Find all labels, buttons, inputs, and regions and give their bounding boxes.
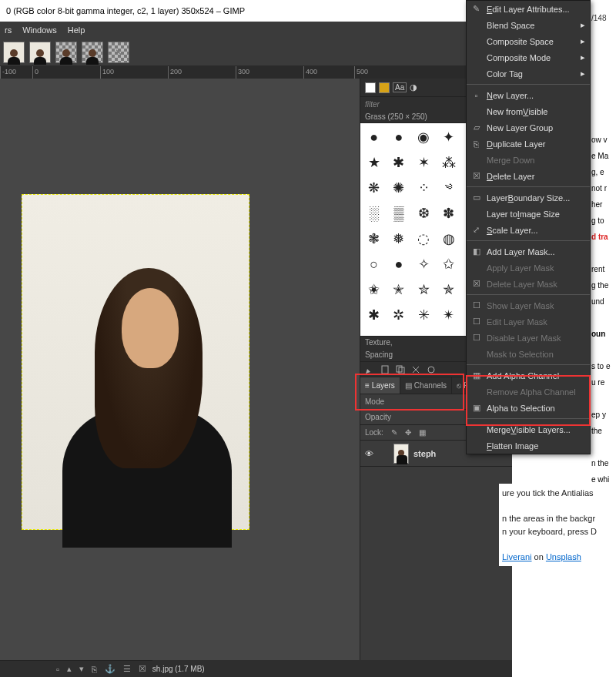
- anchor-icon[interactable]: ⚓: [105, 664, 116, 674]
- new-icon[interactable]: [380, 365, 390, 374]
- menu-item: Apply Layer Mask: [467, 260, 590, 276]
- help-icon[interactable]: ◑: [410, 82, 417, 92]
- ruler-horizontal: -1000100200300400500: [0, 66, 512, 79]
- menu-item: ☐Edit Layer Mask: [467, 313, 590, 330]
- svg-rect-0: [382, 366, 388, 374]
- brush-swatch[interactable]: ⁘: [412, 176, 436, 200]
- menu-item[interactable]: Blend Space▸: [467, 17, 590, 33]
- menu-item[interactable]: ▭Layer Boundary Size...: [467, 189, 590, 206]
- menu-item[interactable]: Flatten Image: [467, 437, 590, 454]
- image-tab[interactable]: [82, 42, 103, 63]
- window-title: 0 (RGB color 8-bit gamma integer, c2, 1 …: [6, 6, 477, 15]
- dup-layer-icon[interactable]: ⎘: [92, 665, 97, 674]
- brush-swatch[interactable]: ○: [362, 252, 386, 276]
- tool-icon[interactable]: [379, 82, 390, 93]
- brush-swatch[interactable]: ❅: [387, 226, 410, 251]
- menu-item[interactable]: ▱New Layer Group: [467, 119, 590, 136]
- layer-down-icon[interactable]: ▾: [79, 664, 84, 674]
- image-canvas[interactable]: [22, 194, 249, 530]
- image-tab[interactable]: [3, 42, 25, 63]
- dup-icon[interactable]: [396, 365, 405, 374]
- brush-swatch[interactable]: ✭: [387, 277, 410, 302]
- brush-swatch[interactable]: ●: [362, 125, 386, 149]
- brush-swatch[interactable]: ✱: [387, 150, 410, 175]
- menu-item[interactable]: ✎Edit Layer Attributes...: [467, 1, 590, 17]
- title-bar: 0 (RGB color 8-bit gamma integer, c2, 1 …: [0, 0, 512, 22]
- font-icon[interactable]: Aa: [393, 82, 407, 92]
- brush-swatch[interactable]: ✳: [412, 303, 436, 327]
- brush-swatch[interactable]: ✱: [362, 303, 386, 327]
- menu-item[interactable]: New from Visible: [467, 103, 590, 119]
- menu-item: Mask to Selection: [467, 346, 590, 362]
- canvas-area[interactable]: [0, 79, 360, 660]
- menu-item[interactable]: ⤢Scale Layer...: [467, 222, 590, 238]
- brush-swatch[interactable]: ✲: [387, 303, 410, 327]
- brush-swatch[interactable]: ◍: [437, 226, 460, 251]
- brush-swatch[interactable]: ▒: [387, 201, 410, 226]
- link-liverani[interactable]: Liverani: [502, 552, 532, 561]
- lock-label: Lock:: [365, 428, 383, 437]
- highlight-box: [355, 374, 464, 411]
- menu-item[interactable]: Composite Space▸: [467, 33, 590, 49]
- brush-swatch[interactable]: ✩: [437, 252, 460, 276]
- new-layer-icon[interactable]: ▫: [56, 665, 59, 674]
- menu-item[interactable]: ▫New Layer...: [467, 87, 590, 103]
- eye-icon[interactable]: 👁: [365, 449, 373, 458]
- menu-item[interactable]: ⎘Duplicate Layer: [467, 136, 590, 152]
- menu-item[interactable]: Help: [68, 25, 85, 35]
- menu-item[interactable]: Color Tag▸: [467, 65, 590, 82]
- brush-swatch[interactable]: ✯: [437, 277, 460, 302]
- gimp-window: 0 (RGB color 8-bit gamma integer, c2, 1 …: [0, 0, 512, 677]
- image-tab[interactable]: [55, 42, 77, 63]
- brush-swatch[interactable]: ༄: [437, 176, 460, 200]
- brush-swatch[interactable]: ✦: [437, 125, 460, 149]
- brush-swatch[interactable]: ●: [387, 125, 410, 149]
- lock-pixels-icon[interactable]: ✎: [391, 428, 397, 437]
- link-unsplash[interactable]: Unsplash: [546, 552, 581, 561]
- del-icon[interactable]: [411, 365, 420, 374]
- brush-swatch[interactable]: ✬: [362, 277, 386, 302]
- image-tab[interactable]: [108, 42, 129, 63]
- brush-swatch[interactable]: ✺: [387, 176, 410, 200]
- brush-swatch[interactable]: ❃: [362, 226, 386, 251]
- menu-item: ☐Show Layer Mask: [467, 297, 590, 313]
- brush-swatch[interactable]: ●: [387, 252, 410, 276]
- menu-item: Merge Down: [467, 152, 590, 168]
- menu-item[interactable]: Layer to Image Size: [467, 206, 590, 222]
- refresh-icon[interactable]: [427, 365, 436, 374]
- brush-swatch[interactable]: ⁂: [437, 150, 460, 175]
- highlight-box: [466, 375, 591, 426]
- brush-swatch[interactable]: ✮: [412, 277, 436, 302]
- menu-item[interactable]: ◧Add Layer Mask...: [467, 243, 590, 260]
- brush-swatch[interactable]: ✶: [412, 150, 436, 175]
- del-layer-icon[interactable]: ☒: [139, 664, 146, 674]
- menu-item[interactable]: Windows: [22, 25, 57, 35]
- edit-icon[interactable]: [365, 365, 374, 374]
- layer-name[interactable]: steph: [413, 449, 436, 458]
- brush-swatch[interactable]: ❋: [362, 176, 386, 200]
- brush-swatch[interactable]: ★: [362, 150, 386, 175]
- brush-swatch[interactable]: ◌: [412, 226, 436, 251]
- tool-icon[interactable]: [365, 82, 376, 93]
- layer-thumb[interactable]: [393, 444, 409, 464]
- brush-swatch[interactable]: ◉: [412, 125, 436, 149]
- menu-item[interactable]: ☒Delete Layer: [467, 168, 590, 184]
- image-tab[interactable]: [29, 42, 51, 63]
- brush-swatch[interactable]: ░: [362, 201, 386, 226]
- brush-swatch[interactable]: ✧: [412, 252, 436, 276]
- menu-item[interactable]: Composite Mode▸: [467, 49, 590, 65]
- background-page-text: ure you tick the Antialias n the areas i…: [499, 484, 616, 566]
- brush-swatch[interactable]: ✴: [437, 303, 460, 327]
- lock-alpha-icon[interactable]: ▦: [419, 428, 426, 437]
- menu-item[interactable]: rs: [5, 25, 12, 35]
- menu-item: ☐Disable Layer Mask: [467, 330, 590, 346]
- brush-swatch[interactable]: ❆: [412, 201, 436, 226]
- layer-up-icon[interactable]: ▴: [67, 664, 72, 674]
- opacity-label: Opacity: [365, 413, 391, 421]
- image-tabs: [0, 39, 512, 66]
- merge-icon-bot[interactable]: ☰: [123, 664, 131, 674]
- svg-point-3: [428, 367, 434, 373]
- lock-position-icon[interactable]: ✥: [405, 428, 411, 437]
- menu-item: ☒Delete Layer Mask: [467, 276, 590, 292]
- brush-swatch[interactable]: ✽: [437, 201, 460, 226]
